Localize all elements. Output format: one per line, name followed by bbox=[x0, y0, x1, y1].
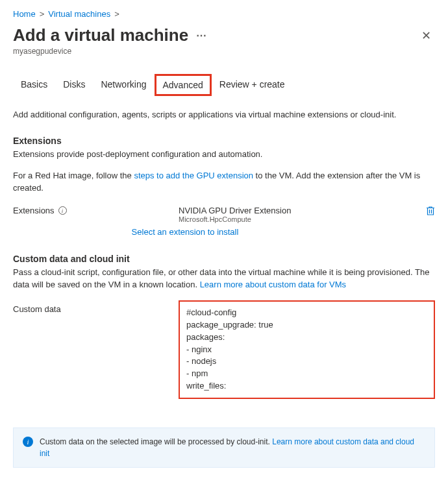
tab-disks[interactable]: Disks bbox=[55, 74, 93, 96]
trash-icon[interactable] bbox=[426, 206, 435, 216]
breadcrumb-vms[interactable]: Virtual machines bbox=[48, 9, 110, 19]
gpu-extension-link[interactable]: steps to add the GPU extension bbox=[134, 171, 253, 180]
close-icon[interactable]: ✕ bbox=[417, 26, 435, 45]
cloudinit-learn-more-link[interactable]: Learn more about custom data for VMs bbox=[200, 280, 346, 289]
page-title: Add a virtual machine ⋯ bbox=[13, 25, 207, 45]
info-bar: i Custom data on the selected image will… bbox=[13, 428, 435, 468]
chevron-right-icon: > bbox=[114, 9, 119, 19]
breadcrumb-home[interactable]: Home bbox=[13, 9, 36, 19]
customdata-label: Custom data bbox=[13, 300, 179, 314]
tab-basics[interactable]: Basics bbox=[13, 74, 55, 96]
cloudinit-heading: Custom data and cloud init bbox=[13, 254, 435, 264]
extensions-label: Extensions i bbox=[13, 206, 179, 215]
tabs: Basics Disks Networking Advanced Review … bbox=[13, 74, 435, 96]
tab-networking[interactable]: Networking bbox=[93, 74, 154, 96]
select-extension-link[interactable]: Select an extension to install bbox=[0, 227, 435, 237]
info-icon[interactable]: i bbox=[58, 206, 67, 215]
tab-advanced[interactable]: Advanced bbox=[155, 74, 212, 96]
extensions-heading: Extensions bbox=[13, 136, 435, 146]
chevron-right-icon: > bbox=[40, 9, 45, 19]
tab-review[interactable]: Review + create bbox=[212, 74, 293, 96]
device-name: myasegpudevice bbox=[13, 47, 435, 56]
extension-publisher: Microsoft.HpcCompute bbox=[179, 215, 426, 223]
more-icon[interactable]: ⋯ bbox=[196, 29, 207, 42]
intro-text: Add additional configuration, agents, sc… bbox=[13, 109, 435, 121]
extensions-desc: Extensions provide post-deployment confi… bbox=[13, 149, 435, 161]
cloudinit-desc: Pass a cloud-init script, configuration … bbox=[13, 267, 435, 291]
customdata-input[interactable]: #cloud-config package_upgrade: true pack… bbox=[179, 300, 435, 399]
extension-item: NVIDIA GPU Driver Extension Microsoft.Hp… bbox=[179, 206, 426, 223]
breadcrumb: Home > Virtual machines > bbox=[13, 9, 435, 19]
extension-name: NVIDIA GPU Driver Extension bbox=[179, 206, 426, 215]
extensions-redhat-note: For a Red Hat image, follow the steps to… bbox=[13, 170, 435, 195]
info-icon: i bbox=[23, 437, 33, 447]
